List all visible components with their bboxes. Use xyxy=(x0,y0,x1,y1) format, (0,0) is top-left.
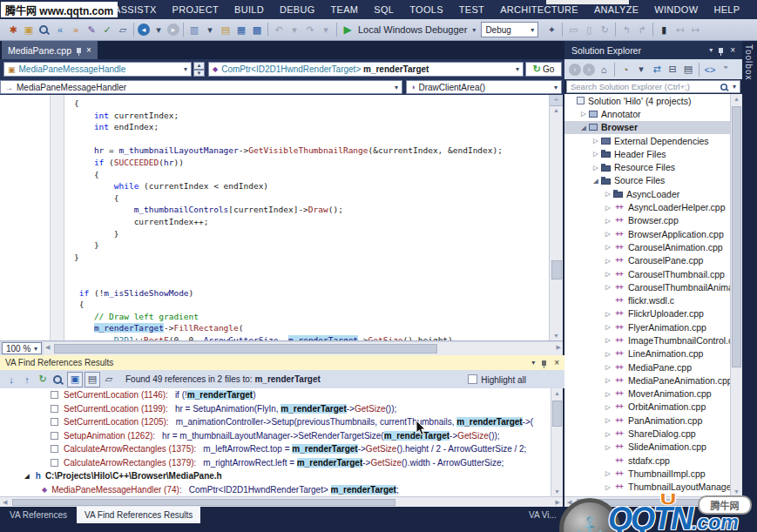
undo-menu-icon[interactable]: ▾ xyxy=(287,23,301,37)
refresh-results-icon[interactable]: ↻ xyxy=(36,373,50,387)
paste-icon[interactable]: ▱ xyxy=(116,23,130,37)
scroll-down-icon[interactable]: ▼ xyxy=(551,488,563,495)
chevron-collapsed-icon[interactable]: ▷ xyxy=(603,270,613,278)
close-icon[interactable]: × xyxy=(86,46,91,55)
tree-item-moveranimation-cpp[interactable]: ▷++MoverAnimation.cpp xyxy=(564,387,730,401)
step-down-icon[interactable]: ▼ xyxy=(193,70,205,77)
va-nav-back-icon[interactable]: « xyxy=(53,23,67,37)
chevron-expanded-icon[interactable]: ◢ xyxy=(591,177,601,185)
split-editor-handle[interactable]: ÷ xyxy=(550,95,563,106)
tree-item-browser-cpp[interactable]: ▷++Browser.cpp xyxy=(564,214,730,227)
chevron-collapsed-icon[interactable]: ▷ xyxy=(591,150,601,158)
scrollbar-thumb[interactable] xyxy=(552,401,562,427)
tree-item-mediapane-cpp[interactable]: ▷++MediaPane.cpp xyxy=(564,360,730,374)
tree-item-flyeranimation-cpp[interactable]: ▷++FlyerAnimation.cpp xyxy=(564,320,730,333)
va-options-icon[interactable]: ✱ xyxy=(6,23,20,37)
va-nav-forward-icon[interactable]: » xyxy=(69,23,83,37)
reference-checkbox-icon[interactable] xyxy=(51,459,58,467)
window-menu-icon[interactable]: ▾ xyxy=(709,46,713,54)
chevron-expanded-icon[interactable]: ◢ xyxy=(578,124,589,131)
definition-select[interactable]: ◑ DrawClientArea() ▾ xyxy=(406,80,562,94)
find-symbol-icon[interactable] xyxy=(37,24,51,36)
scroll-left-icon[interactable]: ◀ xyxy=(3,499,7,506)
tree-item-imagethumbnailcontrol-cpp[interactable]: ▷++ImageThumbnailControl.cpp xyxy=(564,333,730,347)
home-icon[interactable]: ⌂ xyxy=(597,63,611,77)
pin-icon[interactable] xyxy=(542,360,546,366)
tree-item-thumbnailimpl-cpp[interactable]: ▷++ThumbnailImpl.cpp xyxy=(564,467,730,480)
va-result-row[interactable]: SetCurrentLocation (1205):m_animationCon… xyxy=(0,415,551,429)
start-debugging-button[interactable]: ▶ xyxy=(341,23,355,37)
scroll-right-icon[interactable]: ▶ xyxy=(556,499,560,506)
properties-icon[interactable]: ▤ xyxy=(681,63,695,77)
overflow-icon[interactable]: '' xyxy=(719,63,733,77)
chevron-collapsed-icon[interactable]: ▷ xyxy=(603,204,613,212)
clone-results-icon[interactable]: ▱ xyxy=(102,373,116,387)
scroll-down-icon[interactable]: ▼ xyxy=(550,333,563,339)
nav-back-menu-icon[interactable]: ▾ xyxy=(152,23,166,37)
tab-va-view[interactable]: VA Vi... xyxy=(521,507,564,523)
menu-build[interactable]: BUILD xyxy=(226,4,272,15)
editor-horizontal-scrollbar[interactable]: ◀ ▶ xyxy=(44,342,563,355)
va-result-row[interactable]: ◢hC:\Projects\Hilo\C++\Browser\MediaPane… xyxy=(0,469,551,483)
method-context-select[interactable]: → MediaPaneMessageHandler ▾ xyxy=(0,80,402,94)
chevron-collapsed-icon[interactable]: ▷ xyxy=(603,403,613,411)
tree-item-header-files[interactable]: ▷Header Files xyxy=(564,147,730,160)
member-field-icon[interactable]: ◆ xyxy=(42,486,47,494)
chevron-collapsed-icon[interactable]: ▷ xyxy=(603,350,613,358)
group-by-file-icon[interactable]: ▤ xyxy=(84,372,100,387)
tree-item-browserapplication-cpp[interactable]: ▷++BrowserApplication.cpp xyxy=(564,227,730,240)
highlight-all-checkbox[interactable]: Highlight all xyxy=(468,374,526,385)
chevron-down-icon[interactable]: ▾ xyxy=(733,83,736,91)
search-icon[interactable] xyxy=(719,82,728,91)
menu-architecture[interactable]: ARCHITECTURE xyxy=(492,4,586,15)
va-results-list[interactable]: SetCurrentLocation (1146):if (!m_renderT… xyxy=(0,388,551,496)
scrollbar-thumb[interactable] xyxy=(551,260,562,279)
zoom-select[interactable]: 100 % ▾ xyxy=(2,342,42,354)
chevron-collapsed-icon[interactable]: ▷ xyxy=(603,376,613,384)
chevron-collapsed-icon[interactable]: ▷ xyxy=(578,110,589,118)
tree-item-mediapaneanimation-cpp[interactable]: ▷++MediaPaneAnimation.cpp xyxy=(564,374,730,387)
menu-window[interactable]: WINDOW xyxy=(646,4,706,15)
chevron-collapsed-icon[interactable]: ▷ xyxy=(603,243,613,251)
new-project-menu-icon[interactable]: ▾ xyxy=(203,23,217,37)
va-vertical-scrollbar[interactable]: ▲ ▼ xyxy=(551,388,563,496)
tree-item-carouselpane-cpp[interactable]: ▷++CarouselPane.cpp xyxy=(564,254,730,267)
chevron-collapsed-icon[interactable]: ▷ xyxy=(603,483,613,491)
prev-reference-icon[interactable]: ↑ xyxy=(20,373,34,387)
reference-checkbox-icon[interactable] xyxy=(51,418,58,426)
menu-debug[interactable]: DEBUG xyxy=(272,4,323,15)
scroll-left-icon[interactable]: ◀ xyxy=(45,344,50,351)
forward-icon[interactable]: › xyxy=(583,64,595,76)
new-project-icon[interactable]: ▥ xyxy=(187,23,201,37)
solution-tree[interactable]: Solution 'Hilo' (4 projects)▷Annotator◢B… xyxy=(564,94,730,496)
scrollbar-thumb[interactable] xyxy=(12,499,395,506)
va-result-row[interactable]: SetupAnimation (1262):hr = m_thumbnailLa… xyxy=(0,429,551,443)
tree-item-pananimation-cpp[interactable]: ▷++PanAnimation.cpp xyxy=(564,414,730,427)
nav-back-icon[interactable]: ◂ xyxy=(138,24,150,36)
tree-item-sharedialog-cpp[interactable]: ▷++ShareDialog.cpp xyxy=(564,427,730,440)
find-icon[interactable] xyxy=(51,374,65,386)
tab-va-find-references-results[interactable]: VA Find References Results xyxy=(77,507,200,523)
member-stepper[interactable]: ▲ ▼ xyxy=(193,62,205,77)
tree-item-source-files[interactable]: ◢Source Files xyxy=(564,174,730,187)
va-result-row[interactable]: CalculateArrowRectangles (1375):m_leftAr… xyxy=(0,442,551,456)
code-editor[interactable]: { int currentIndex; int endIndex; hr = m… xyxy=(0,95,549,340)
reference-checkbox-icon[interactable] xyxy=(51,405,58,413)
pin-icon[interactable] xyxy=(719,48,723,53)
chevron-collapsed-icon[interactable]: ▷ xyxy=(603,257,613,265)
window-menu-icon[interactable]: ▾ xyxy=(531,359,535,367)
configuration-select[interactable]: Debug ▾ xyxy=(481,22,538,37)
chevron-collapsed-icon[interactable]: ▷ xyxy=(603,390,613,398)
tab-va-references[interactable]: VA References xyxy=(2,507,75,523)
scrollbar-thumb[interactable] xyxy=(732,106,741,367)
chevron-collapsed-icon[interactable]: ▷ xyxy=(603,283,613,291)
break-all-icon[interactable]: ▭ xyxy=(566,23,580,37)
next-reference-icon[interactable]: ↓ xyxy=(4,373,18,387)
va-result-row[interactable]: CalculateArrowRectangles (1379):m_rightA… xyxy=(0,456,551,470)
reference-checkbox-icon[interactable] xyxy=(51,391,58,399)
save-all-icon[interactable]: ▩ xyxy=(250,23,264,37)
show-read-write-icon[interactable]: ▣ xyxy=(67,372,83,387)
tree-item-orbitanimation-cpp[interactable]: ▷++OrbitAnimation.cpp xyxy=(564,401,730,414)
tree-item-solution-hilo-4-projects[interactable]: Solution 'Hilo' (4 projects) xyxy=(564,94,730,107)
va-result-row[interactable]: SetCurrentLocation (1146):if (!m_renderT… xyxy=(0,388,551,402)
